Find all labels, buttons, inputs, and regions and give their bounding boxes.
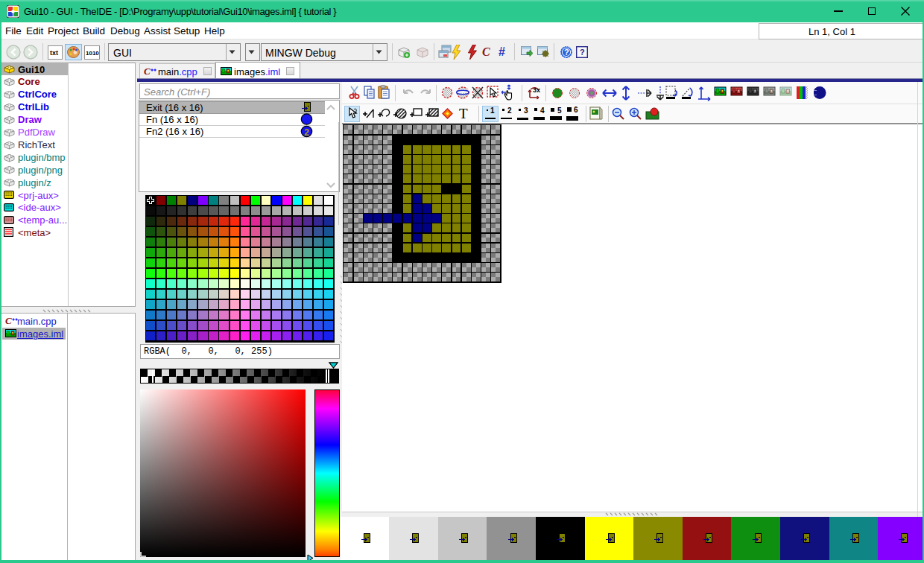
svg-text:3x: 3x xyxy=(533,86,540,94)
svg-text:C: C xyxy=(144,66,151,76)
svg-text:?: ? xyxy=(564,48,569,57)
svg-text:2: 2 xyxy=(304,127,309,138)
svg-text:?: ? xyxy=(580,48,585,57)
svg-text:C: C xyxy=(5,316,12,325)
